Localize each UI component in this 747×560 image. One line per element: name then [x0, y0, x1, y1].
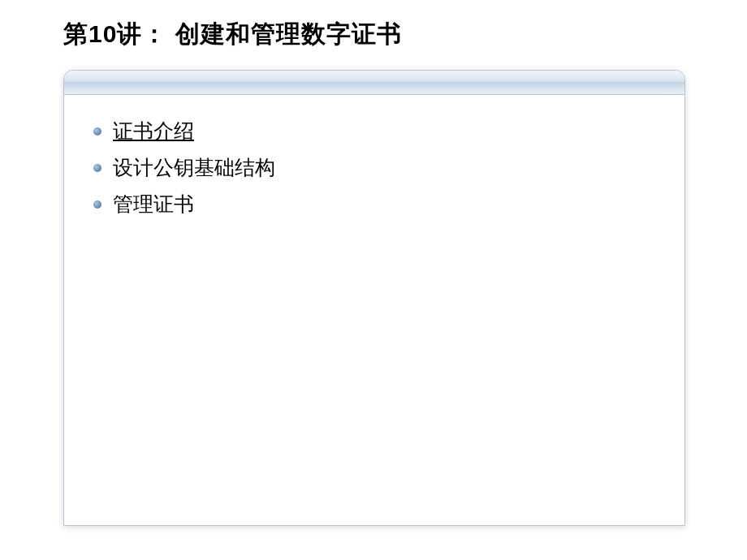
bullet-text-manage-cert: 管理证书	[113, 191, 194, 218]
bullet-icon	[93, 127, 101, 136]
bullet-text-pki-design: 设计公钥基础结构	[113, 154, 275, 181]
panel-shadow	[83, 522, 666, 526]
bullet-icon	[93, 164, 101, 172]
bullet-text-certificate-intro: 证书介绍	[113, 118, 194, 144]
list-item: 管理证书	[93, 191, 655, 218]
slide-title: 第10讲： 创建和管理数字证书	[63, 18, 402, 51]
list-item: 设计公钥基础结构	[93, 154, 655, 181]
content-panel: 证书介绍 设计公钥基础结构 管理证书	[63, 70, 685, 526]
list-item: 证书介绍	[93, 118, 655, 144]
bullet-list: 证书介绍 设计公钥基础结构 管理证书	[64, 95, 684, 250]
panel-header-bar	[64, 71, 684, 95]
bullet-icon	[93, 200, 101, 209]
